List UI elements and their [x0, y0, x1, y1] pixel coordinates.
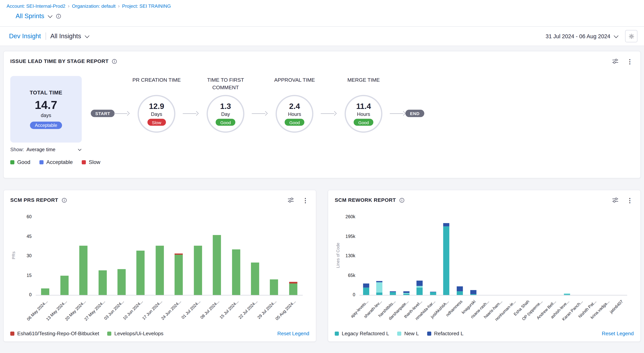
date-range-selector[interactable]: 31 Jul 2024 - 06 Aug 2024 [546, 33, 610, 39]
app-root: Account: SEI-Internal-Prod2 › Organizati… [0, 0, 644, 353]
bar-segment[interactable] [444, 226, 450, 295]
total-time-card: TOTAL TIME 14.7 days Acceptable [10, 76, 82, 143]
insight-selector[interactable]: All Insights [50, 32, 81, 40]
lead-time-stage[interactable]: MERGE TIME11.4HoursGood [336, 76, 391, 133]
stage-value: 11.4 [356, 102, 371, 111]
panel-title: SCM PRS REPORT [10, 197, 58, 203]
chevron-down-icon[interactable] [614, 33, 618, 38]
legend-item[interactable]: Acceptable [40, 159, 73, 165]
info-icon[interactable] [399, 197, 404, 203]
bar-segment[interactable] [194, 246, 202, 295]
lead-time-stage[interactable]: PR CREATION TIME12.9DaysSlow [130, 76, 184, 133]
bar-segment[interactable] [60, 276, 68, 295]
bar-segment[interactable] [457, 286, 463, 292]
stage-circle[interactable]: 1.3DayGood [207, 95, 244, 133]
chevron-down-icon[interactable] [48, 13, 52, 18]
bar-segment[interactable] [390, 292, 396, 295]
kebab-menu-icon[interactable]: ⋮ [302, 197, 309, 203]
bar-segment[interactable] [403, 293, 409, 294]
info-icon[interactable] [112, 58, 117, 64]
y-axis-tick: 260k [335, 214, 355, 219]
stage-unit: Day [221, 112, 230, 117]
kebab-menu-icon[interactable]: ⋮ [626, 197, 634, 203]
filter-sliders-icon[interactable] [288, 197, 294, 203]
module-title[interactable]: Dev Insight [9, 32, 41, 40]
bar-segment[interactable] [41, 288, 50, 295]
legend-item[interactable]: Slow [82, 159, 100, 165]
reset-legend-link[interactable]: Reset Legend [602, 331, 634, 336]
bar-segment[interactable] [416, 288, 423, 295]
stage-status-badge: Slow [147, 119, 166, 126]
chevron-right-icon: › [118, 4, 120, 9]
kebab-menu-icon[interactable]: ⋮ [626, 58, 634, 64]
bar-segment[interactable] [376, 282, 382, 292]
breadcrumb-account-link[interactable]: Account: SEI-Internal-Prod2 [6, 4, 66, 9]
bar-segment[interactable] [564, 294, 570, 294]
lead-time-stage[interactable]: TIME TO FIRST COMMENT1.3DayGood [198, 76, 253, 133]
breadcrumb-organization-link[interactable]: Organization: default [72, 4, 116, 9]
bar-segment[interactable] [156, 246, 164, 295]
bar-segment[interactable] [444, 223, 450, 226]
bar-segment[interactable] [376, 292, 382, 295]
bar-segment[interactable] [79, 246, 88, 295]
sprint-selector[interactable]: All Sprints [16, 12, 44, 20]
stage-value: 12.9 [149, 102, 164, 111]
info-icon[interactable] [62, 197, 67, 203]
x-axis-label: 22 Jul 2024... [222, 299, 258, 336]
bar-segment[interactable] [213, 235, 221, 295]
total-time-heading: TOTAL TIME [30, 90, 62, 96]
bar-segment[interactable] [175, 253, 183, 255]
bar-segment[interactable] [416, 286, 423, 288]
bar-segment[interactable] [136, 251, 145, 295]
stage-status-badge: Good [354, 119, 373, 126]
bar-segment[interactable] [98, 270, 107, 295]
show-metric-selector[interactable]: Show: Average time [10, 147, 82, 152]
bar-segment[interactable] [270, 280, 278, 295]
bar-segment[interactable] [470, 294, 476, 295]
stage-unit: Hours [288, 112, 301, 117]
bar-segment[interactable] [376, 281, 382, 282]
lead-time-flow: STARTPR CREATION TIME12.9DaysSlowTIME TO… [91, 76, 424, 133]
bar-segment[interactable] [430, 292, 436, 295]
bar-segment[interactable] [470, 290, 476, 294]
stage-circle[interactable]: 12.9DaysSlow [138, 95, 176, 133]
settings-button[interactable] [625, 30, 638, 42]
scm-prs-chart: PRs 01530456006 May 2024...13 May 2024..… [10, 211, 309, 295]
info-icon[interactable] [56, 13, 61, 19]
stage-label: APPROVAL TIME [274, 76, 315, 95]
stage-circle[interactable]: 2.4HoursGood [276, 95, 314, 133]
bar-segment[interactable] [289, 282, 297, 283]
bar-segment[interactable] [175, 255, 183, 295]
bar-segment[interactable] [390, 291, 396, 292]
stage-circle[interactable]: 11.4HoursGood [345, 95, 382, 133]
legend-swatch [82, 160, 86, 164]
x-axis-label: 13 May 2024... [31, 299, 68, 336]
panel-title: ISSUE LEAD TIME BY STAGE REPORT [10, 58, 108, 64]
chevron-down-icon[interactable] [84, 33, 89, 38]
bar-segment[interactable] [457, 292, 463, 295]
chevron-right-icon: › [68, 4, 70, 9]
bar-segment[interactable] [289, 283, 297, 295]
bar-segment[interactable] [403, 291, 409, 293]
filter-sliders-icon[interactable] [612, 197, 618, 203]
bar-segment[interactable] [363, 283, 369, 288]
lead-time-stage[interactable]: APPROVAL TIME2.4HoursGood [268, 76, 322, 133]
bar-segment[interactable] [117, 269, 126, 295]
filter-sliders-icon[interactable] [612, 58, 618, 64]
flow-start-pill: START [91, 110, 115, 117]
breadcrumb-project-link[interactable]: Project: SEI TRAINING [122, 4, 171, 9]
bar-segment[interactable] [403, 294, 409, 295]
legend-label: Acceptable [46, 159, 73, 165]
panel-title: SCM REWORK REPORT [335, 197, 396, 203]
x-axis-label: 10 Jun 2024... [107, 299, 144, 336]
reset-legend-link[interactable]: Reset Legend [277, 331, 309, 336]
bar-segment[interactable] [363, 288, 369, 295]
bar-segment[interactable] [232, 250, 240, 295]
legend-item[interactable]: Good [10, 159, 30, 165]
bar-segment[interactable] [430, 292, 436, 292]
flow-arrow-icon [253, 112, 268, 116]
legend-item[interactable]: Levelops/Ui-Levelops [107, 331, 163, 336]
bar-segment[interactable] [416, 280, 423, 286]
bar-segment[interactable] [251, 262, 259, 295]
bar-segment[interactable] [564, 294, 570, 295]
